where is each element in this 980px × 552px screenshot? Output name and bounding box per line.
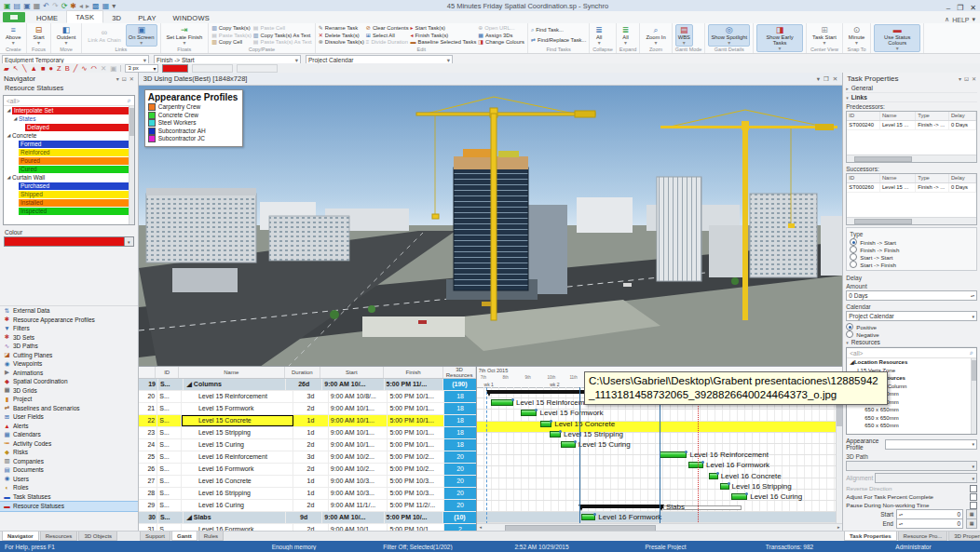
task-cell[interactable]: 9d <box>286 512 322 523</box>
viewport-dock-icon[interactable]: ▾ <box>817 75 820 83</box>
task-cell[interactable]: 2d <box>293 439 329 451</box>
link-type-radio-finish-finish[interactable]: Finish -> Finish <box>850 246 973 253</box>
task-cell[interactable]: 9:00 AM 10/2... <box>329 464 388 475</box>
annotation-colour-swatch[interactable] <box>162 64 188 73</box>
task-cell[interactable]: 21 <box>139 403 158 414</box>
change-colours-button[interactable]: ◨Change Colours <box>478 39 524 46</box>
task-cell[interactable]: 1d <box>293 476 329 487</box>
mini-col-id[interactable]: ID <box>847 174 880 182</box>
outdent-button[interactable]: ◧Outdent▾ <box>54 24 79 47</box>
task-cell[interactable]: 9:00 AM 10/3... <box>329 488 388 499</box>
task-name-cell[interactable]: Level 15 Stripping <box>182 427 293 438</box>
status-tree-item-states[interactable]: ◢States <box>4 114 129 123</box>
task-cell[interactable]: 18 <box>444 391 475 402</box>
help-dropdown-icon[interactable]: ▾ <box>972 16 975 23</box>
refresh-icon[interactable]: ⟳ <box>61 1 68 11</box>
navigator-item-risks[interactable]: ◆Risks <box>0 448 138 457</box>
task-cell[interactable]: 2d <box>293 403 329 414</box>
task-cell[interactable]: 26d <box>286 379 322 390</box>
task-cell[interactable]: S... <box>157 464 182 475</box>
task-cell[interactable]: S... <box>157 427 182 438</box>
window-icon[interactable]: ▦ <box>102 1 110 11</box>
viewport-maximize-icon[interactable]: ❐ <box>823 75 829 83</box>
cloud-tool-icon[interactable]: ◠ <box>91 64 98 73</box>
navigator-item-users[interactable]: ◉Users <box>0 475 138 484</box>
task-name-cell[interactable]: Level 15 Reinforcement <box>182 391 293 402</box>
navigator-item-baselines-and-scenarios[interactable]: ⇄Baselines and Scenarios <box>0 404 138 413</box>
task-name-cell[interactable]: Level 15 Formwork <box>182 403 293 414</box>
navigator-item-companies[interactable]: ▥Companies <box>0 457 138 466</box>
calendar-select[interactable]: Project Calendar ▾ <box>846 311 977 321</box>
mini-col-delay[interactable]: Delay <box>949 112 976 120</box>
print-icon[interactable]: ▦ <box>34 1 41 11</box>
rectangle-tool-icon[interactable]: ■ <box>41 64 46 73</box>
dissolve-task-s-button[interactable]: ⊗Dissolve Task(s) <box>319 39 364 46</box>
task-start-button[interactable]: ⊞Task Start▾ <box>810 24 839 47</box>
center-tab-gantt[interactable]: Gantt <box>171 532 197 541</box>
start-task-s-button[interactable]: ▸Start Task(s) <box>411 25 477 32</box>
task-cell[interactable]: 5:00 PM 10/1... <box>388 391 444 402</box>
freehand-tool-icon[interactable]: ∿ <box>81 64 87 73</box>
collapse-ribbon-icon[interactable]: ∧ <box>945 16 949 23</box>
task-cell[interactable]: 9:00 AM 10/3... <box>329 476 388 487</box>
back-icon[interactable]: ◂ <box>79 1 83 11</box>
navigator-item-activity-codes[interactable]: ≔Activity Codes <box>0 439 138 449</box>
task-cell[interactable]: 5:00 PM 10/1... <box>388 427 444 438</box>
table-row[interactable]: 25S...Level 16 Reinforcement3d9:00 AM 10… <box>139 451 476 464</box>
line-width-select[interactable]: 3 px▾ <box>125 64 158 73</box>
task-cell[interactable]: 22 <box>139 415 158 426</box>
end-input[interactable]: ▴▾ 0 <box>896 518 963 529</box>
find-replace-task-button[interactable]: ⇄Find/Replace Task... <box>531 37 586 44</box>
task-name-cell[interactable]: ◢ Slabs <box>184 512 287 523</box>
status-tree-item-shipped[interactable]: Shipped <box>4 190 129 198</box>
navigator-item-3d-paths[interactable]: ∿3D Paths <box>0 342 138 351</box>
resources-tree-scrollbar[interactable] <box>971 358 976 434</box>
select-tool-icon[interactable]: ↖ <box>13 64 19 73</box>
task-cell[interactable]: S... <box>157 415 182 426</box>
ribbon-tab-home[interactable]: HOME <box>28 12 66 23</box>
copy-task-s-as-text-button[interactable]: ▥Copy Task(s) As Text <box>253 33 312 39</box>
navigator-item-project[interactable]: ▮Project <box>0 395 138 404</box>
column-header-name[interactable]: Name <box>179 367 285 378</box>
gantt-task-bar[interactable] <box>720 483 729 490</box>
task-cell[interactable]: 1d <box>293 415 329 426</box>
finish-task-s-button[interactable]: ◂Finish Task(s) <box>411 33 477 39</box>
3d-path-select[interactable]: ▾ <box>846 461 977 471</box>
navigator-item-user-fields[interactable]: ⊞User Fields <box>0 412 138 422</box>
task-cell[interactable]: S... <box>157 391 182 402</box>
adjust-for-task-percent-complete-checkbox[interactable]: Adjust For Task Percent Complete <box>846 492 977 501</box>
wbs-button[interactable]: ▤WBS▾ <box>675 24 693 47</box>
predecessors-table[interactable]: IDNameTypeDelayST000240Level 15 ...Finis… <box>846 111 977 163</box>
status-tree-item-poured[interactable]: Poured <box>4 156 129 165</box>
task-cell[interactable]: 24 <box>139 439 158 451</box>
column-header-3d-resources[interactable]: 3D Resources <box>443 367 475 378</box>
tree-expander-icon[interactable]: ◢ <box>6 106 12 114</box>
column-header-rownum[interactable] <box>139 367 157 378</box>
resource-tree-item-location-resources[interactable]: ◢ Location Resources <box>847 358 976 367</box>
status-tree-item-delayed[interactable]: Delayed <box>4 123 129 131</box>
table-row[interactable]: 26S...Level 16 Formwork2d9:00 AM 10/2...… <box>139 464 476 476</box>
left-tab-3d-objects[interactable]: 3D Objects <box>78 532 117 541</box>
mini-col-type[interactable]: Type <box>916 112 949 120</box>
right-tab-task-properties[interactable]: Task Properties <box>844 532 897 541</box>
assign-3ds-button[interactable]: ▦Assign 3Ds <box>478 33 524 39</box>
mini-col-type[interactable]: Type <box>916 174 949 182</box>
gantt-task-bar[interactable] <box>561 441 576 448</box>
mini-col-id[interactable]: ID <box>847 112 880 120</box>
minute-button[interactable]: ⊙Minute▾ <box>846 24 867 47</box>
bold-shape-tool-icon[interactable]: B <box>65 64 70 73</box>
status-tree-item-purchased[interactable]: Purchased <box>4 182 129 190</box>
left-tab-resources[interactable]: Resources <box>40 532 78 541</box>
link-row[interactable]: ST000240Level 15 ...Finish -> ...0 Days <box>847 121 976 130</box>
task-cell[interactable]: 9:00 AM 10/... <box>322 379 384 390</box>
task-cell[interactable]: 20 <box>444 476 475 487</box>
delay-spinner-icon[interactable]: ▴▾ <box>971 293 974 298</box>
navigator-dock-icon[interactable]: ▾ <box>116 75 119 82</box>
table-row[interactable]: 19S...◢ Columns26d9:00 AM 10/...5:00 PM … <box>139 379 476 391</box>
colour-dropdown-icon[interactable]: ▾ <box>125 236 134 247</box>
screen-icon[interactable]: ▩ <box>92 1 100 11</box>
task-cell[interactable]: 18 <box>444 403 475 414</box>
navigator-item-cutting-planes[interactable]: ◪Cutting Planes <box>0 351 138 360</box>
task-cell[interactable]: S... <box>157 439 182 451</box>
on-screen-button[interactable]: ▣On Screen▾ <box>126 24 157 47</box>
